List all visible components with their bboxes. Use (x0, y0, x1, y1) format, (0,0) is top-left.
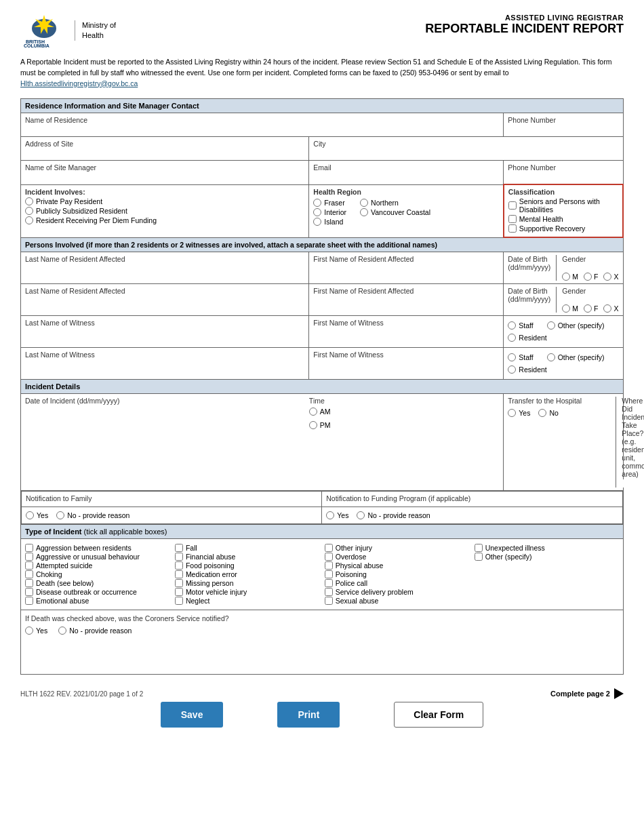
witness1-lastname-input[interactable] (25, 328, 304, 342)
resident2-gender-f-group: F (584, 304, 598, 313)
resident1-gender-f[interactable] (584, 273, 592, 281)
email-input[interactable] (313, 173, 499, 181)
chk-food-poisoning: Food poisoning (175, 561, 319, 570)
chk-death-input[interactable] (25, 579, 33, 587)
resident1-gender-x[interactable] (603, 273, 611, 281)
witness1-staff-radio[interactable] (508, 321, 516, 330)
witness1-other-radio[interactable] (547, 321, 555, 330)
chk-aggressive-unusual-input[interactable] (25, 553, 33, 561)
witness2-staff-radio[interactable] (508, 353, 516, 361)
radio-vancouver-coastal[interactable] (360, 208, 368, 216)
chk-financial-abuse-input[interactable] (175, 553, 183, 561)
where-incident-label: Where Did Incident Take Place? (e.g. res… (622, 397, 644, 478)
address-row: Address of Site City (21, 137, 624, 161)
witness1-type-cell: Staff Other (specify) Resident (504, 316, 623, 348)
transfer-no-radio[interactable] (538, 409, 546, 417)
type-of-incident-header-text: Type of Incident (tick all applicable bo… (25, 528, 167, 536)
print-button[interactable]: Print (277, 702, 340, 728)
resident2-firstname-input[interactable] (313, 296, 499, 310)
chk-motor-vehicle-input[interactable] (175, 588, 183, 596)
email-link[interactable]: Hlth.assistedlivingregistry@gov.bc.ca (20, 79, 138, 87)
witness2-lastname-label: Last Name of Witness (25, 351, 304, 359)
clear-form-button[interactable]: Clear Form (394, 702, 483, 728)
name-of-residence-input[interactable] (25, 125, 499, 134)
chk-emotional-abuse-input[interactable] (25, 597, 33, 605)
radio-publicly-subsidized-label: Publicly Subsidized Resident (36, 207, 127, 215)
time-am-radio[interactable] (309, 408, 317, 416)
chk-sexual-abuse-input[interactable] (325, 597, 333, 605)
incident-date-input[interactable] (25, 406, 305, 420)
resident1-dob-input[interactable] (508, 273, 550, 281)
resident2-gender-m[interactable] (562, 304, 570, 313)
radio-per-diem-group: Resident Receiving Per Diem Funding (25, 216, 304, 224)
phone-number-input[interactable] (508, 125, 618, 134)
address-input[interactable] (25, 149, 304, 157)
notification-funding-input-cell: Yes No - provide reason (322, 507, 622, 524)
chk-disease-outbreak-input[interactable] (25, 588, 33, 596)
notif-funding-no-radio[interactable] (357, 511, 365, 519)
chk-physical-abuse: Physical abuse (325, 561, 469, 570)
death-yes-radio[interactable] (25, 627, 33, 635)
transfer-no-group: No (538, 409, 558, 417)
resident1-firstname-input[interactable] (313, 264, 499, 278)
chk-missing-person-input[interactable] (175, 579, 183, 587)
radio-island[interactable] (313, 218, 321, 226)
chk-attempted-suicide-input[interactable] (25, 561, 33, 570)
witness2-other-radio[interactable] (547, 353, 555, 361)
where-incident-input[interactable] (622, 479, 644, 488)
time-pm-radio[interactable] (309, 421, 317, 429)
chk-mental-health[interactable] (508, 215, 517, 223)
radio-private-pay[interactable] (25, 197, 33, 205)
chk-other-specify-input[interactable] (475, 553, 483, 561)
chk-overdose-input[interactable] (325, 553, 333, 561)
witness2-staff-label: Staff (519, 353, 533, 361)
chk-unexpected-illness-input[interactable] (475, 544, 483, 552)
resident2-lastname-input[interactable] (25, 296, 304, 310)
residence-header-row: Residence Information and Site Manager C… (21, 99, 624, 113)
radio-per-diem[interactable] (25, 216, 33, 224)
chk-physical-abuse-input[interactable] (325, 561, 333, 570)
chk-fall-input[interactable] (175, 544, 183, 552)
notif-funding-yes-label: Yes (337, 511, 348, 519)
resident2-gender-x[interactable] (603, 304, 611, 313)
witness1-firstname-input[interactable] (313, 328, 499, 342)
resident1-gender-m[interactable] (562, 273, 570, 281)
notif-funding-yes-radio[interactable] (326, 511, 334, 519)
chk-food-poisoning-input[interactable] (175, 561, 183, 570)
radio-northern[interactable] (360, 199, 368, 207)
radio-interior[interactable] (313, 208, 321, 216)
resident1-gender-radios: M F X (562, 273, 618, 281)
city-input[interactable] (313, 149, 618, 157)
save-button[interactable]: Save (161, 702, 224, 728)
radio-publicly-subsidized[interactable] (25, 207, 33, 215)
chk-other-injury-input[interactable] (325, 544, 333, 552)
resident2-gender-label: Gender (562, 287, 618, 295)
notif-family-no-radio[interactable] (56, 511, 64, 519)
site-manager-input[interactable] (25, 173, 304, 181)
chk-police-call-input[interactable] (325, 579, 333, 587)
notif-family-yes-radio[interactable] (26, 511, 34, 519)
chk-choking-input[interactable] (25, 570, 33, 578)
death-yes-group: Yes (25, 627, 47, 635)
witness1-resident-radio[interactable] (508, 334, 516, 342)
witness2-firstname-input[interactable] (313, 360, 499, 374)
death-no-radio[interactable] (58, 627, 66, 635)
witness2-lastname-input[interactable] (25, 360, 304, 374)
chk-aggression-between-input[interactable] (25, 544, 33, 552)
radio-fraser[interactable] (313, 199, 321, 207)
resident1-row: Last Name of Resident Affected First Nam… (21, 252, 624, 284)
resident2-dob-input[interactable] (508, 304, 550, 313)
chk-seniors[interactable] (508, 201, 517, 210)
chk-medication-error-input[interactable] (175, 570, 183, 578)
witness2-resident-radio[interactable] (508, 365, 516, 374)
chk-choking: Choking (25, 570, 169, 578)
chk-poisoning-input[interactable] (325, 570, 333, 578)
chk-neglect-input[interactable] (175, 597, 183, 605)
witness2-row: Last Name of Witness First Name of Witne… (21, 348, 624, 380)
transfer-yes-radio[interactable] (508, 409, 516, 417)
chk-supportive-recovery[interactable] (508, 224, 517, 233)
chk-service-delivery-input[interactable] (325, 588, 333, 596)
resident1-lastname-input[interactable] (25, 264, 304, 278)
resident2-gender-f[interactable] (584, 304, 592, 313)
phone-number2-input[interactable] (508, 173, 618, 181)
